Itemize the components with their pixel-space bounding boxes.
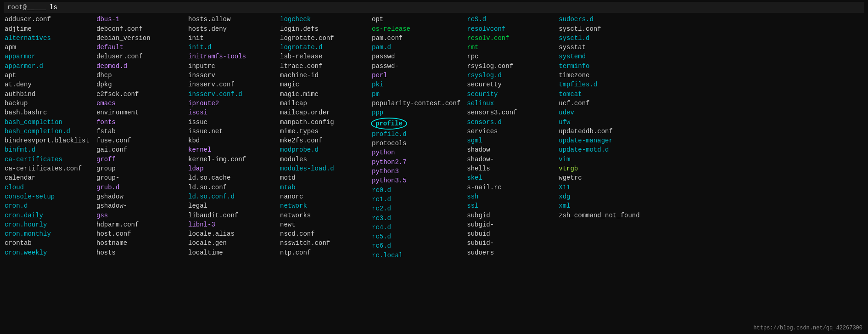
list-item: localtime bbox=[187, 248, 274, 257]
list-item: magic bbox=[279, 80, 366, 89]
list-item: ppp bbox=[371, 108, 461, 117]
column-2: dbus-1debconf.confdebian_versiondefaultd… bbox=[95, 15, 187, 260]
list-item: protocols bbox=[371, 139, 461, 148]
list-item: grub.d bbox=[95, 183, 183, 192]
column-7: sudoers.dsysctl.confsysctl.dsysstatsyste… bbox=[558, 15, 650, 260]
list-item: wgetrc bbox=[558, 173, 645, 182]
list-item: udev bbox=[558, 108, 645, 117]
terminal-command: ls bbox=[50, 3, 57, 12]
list-item: hosts bbox=[95, 248, 183, 257]
list-item: init.d bbox=[187, 43, 274, 52]
list-item: machine-id bbox=[279, 71, 366, 80]
list-item: python3.5 bbox=[371, 176, 461, 185]
profile-circled: profile bbox=[371, 118, 407, 130]
list-item: resolv.conf bbox=[466, 34, 553, 43]
list-item: calendar bbox=[4, 173, 91, 182]
list-item: sysctl.d bbox=[558, 34, 645, 43]
list-item: issue bbox=[187, 118, 274, 127]
list-item: fstab bbox=[95, 127, 183, 136]
list-item: rc4.d bbox=[371, 223, 461, 232]
list-item: logcheck bbox=[279, 15, 366, 24]
list-item: systemd bbox=[558, 52, 645, 61]
list-item: subgid- bbox=[466, 220, 553, 229]
list-item: groff bbox=[95, 155, 183, 164]
list-item: motd bbox=[279, 173, 366, 182]
list-item: subuid- bbox=[466, 238, 553, 248]
list-item: debconf.conf bbox=[95, 24, 183, 34]
list-item: mailcap.order bbox=[279, 108, 366, 117]
list-item: libnl-3 bbox=[187, 220, 274, 229]
list-item: ntp.conf bbox=[279, 248, 366, 257]
list-item: rsyslog.d bbox=[466, 71, 553, 80]
list-item: lsb-release bbox=[279, 52, 366, 61]
list-item: mime.types bbox=[279, 127, 366, 136]
list-item: popularity-contest.conf bbox=[371, 99, 461, 108]
list-item: kbd bbox=[187, 136, 274, 145]
list-item: apparmor bbox=[4, 52, 91, 61]
list-item: depmod.d bbox=[95, 62, 183, 71]
list-item: rc5.d bbox=[371, 232, 461, 241]
list-item: resolvconf bbox=[466, 24, 553, 34]
list-item: environment bbox=[95, 108, 183, 117]
list-item: magic.mime bbox=[279, 90, 366, 99]
list-item: hosts.deny bbox=[187, 24, 274, 34]
list-item: nscd.conf bbox=[279, 229, 366, 238]
list-item: bash.bashrc bbox=[4, 108, 91, 117]
column-1: adduser.confadjtimealternativesapmapparm… bbox=[4, 15, 95, 260]
list-item: X11 bbox=[558, 183, 645, 192]
list-item: xdg bbox=[558, 192, 645, 201]
list-item: nsswitch.conf bbox=[279, 238, 366, 248]
terminal-header: root@__ ___ ls bbox=[4, 2, 864, 13]
list-item: cron.daily bbox=[4, 211, 91, 220]
list-item: insserv.conf.d bbox=[187, 90, 274, 99]
list-item: dpkg bbox=[95, 80, 183, 89]
column-3: hosts.allowhosts.denyinitinit.dinitramfs… bbox=[187, 15, 279, 260]
list-item: rc1.d bbox=[371, 195, 461, 204]
list-item: nanorc bbox=[279, 192, 366, 201]
list-item: backup bbox=[4, 99, 91, 108]
list-item: python2.7 bbox=[371, 158, 461, 167]
list-item: ufw bbox=[558, 118, 645, 127]
list-item: alternatives bbox=[4, 34, 91, 43]
list-item: apt bbox=[4, 71, 91, 80]
list-item: hostname bbox=[95, 238, 183, 248]
list-item: pam.d bbox=[371, 43, 461, 52]
list-item: e2fsck.conf bbox=[95, 90, 183, 99]
list-item: securetty bbox=[466, 80, 553, 89]
list-item: rsyslog.conf bbox=[466, 62, 553, 71]
list-item: init bbox=[187, 34, 274, 43]
list-item: pm bbox=[371, 90, 461, 99]
column-5: optos-releasepam.confpam.dpasswdpasswd-p… bbox=[371, 15, 466, 260]
list-item: sysstat bbox=[558, 43, 645, 52]
list-item: services bbox=[466, 127, 553, 136]
list-item: profile.d bbox=[371, 130, 461, 139]
list-item: hdparm.conf bbox=[95, 220, 183, 229]
list-item: updateddb.conf bbox=[558, 127, 645, 136]
list-item: gss bbox=[95, 211, 183, 220]
list-item: ssh bbox=[466, 192, 553, 201]
list-item: fonts bbox=[95, 118, 183, 127]
list-item: emacs bbox=[95, 99, 183, 108]
list-item: shells bbox=[466, 164, 553, 173]
list-item: timezone bbox=[558, 71, 645, 80]
list-item: rc0.d bbox=[371, 186, 461, 195]
list-item: gai.conf bbox=[95, 145, 183, 154]
list-item: pki bbox=[371, 80, 461, 89]
list-item: kernel bbox=[187, 145, 274, 154]
list-item: initramfs-tools bbox=[187, 52, 274, 61]
list-item: s-nail.rc bbox=[466, 183, 553, 192]
list-item: bash_completion.d bbox=[4, 127, 91, 136]
list-item: zsh_command_not_found bbox=[558, 211, 645, 220]
list-item: xml bbox=[558, 201, 645, 210]
list-item: debian_version bbox=[95, 34, 183, 43]
list-item: ca-certificates bbox=[4, 155, 91, 164]
list-item: cron.d bbox=[4, 201, 91, 210]
list-item: vim bbox=[558, 155, 645, 164]
list-item: ltrace.conf bbox=[279, 62, 366, 71]
list-item: manpath.config bbox=[279, 118, 366, 127]
list-item: subgid bbox=[466, 211, 553, 220]
list-item: iproute2 bbox=[187, 99, 274, 108]
list-item: sudoers.d bbox=[558, 15, 645, 24]
list-item: apparmor.d bbox=[4, 62, 91, 71]
list-item: ld.so.conf bbox=[187, 183, 274, 192]
